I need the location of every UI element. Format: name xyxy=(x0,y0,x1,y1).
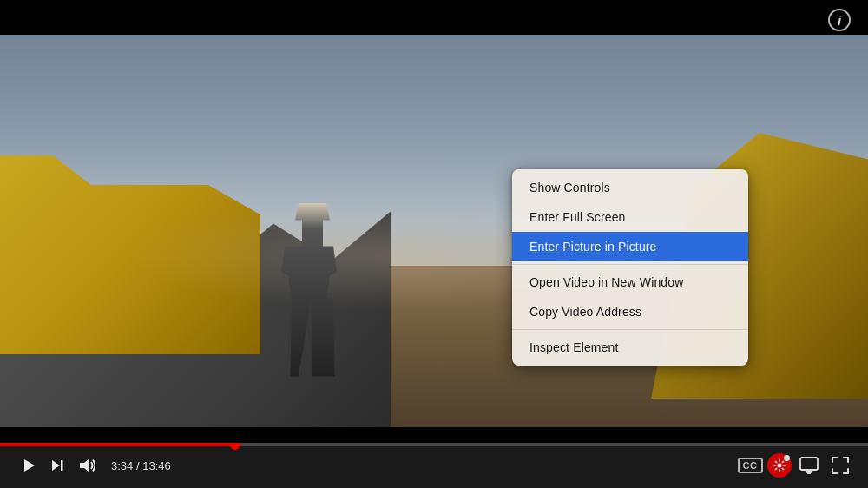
menu-item-new-window[interactable]: Open Video in New Window xyxy=(512,267,748,297)
play-icon xyxy=(24,459,35,472)
letterbox-top xyxy=(0,0,868,35)
video-player[interactable]: i Show Controls Enter Full Screen Enter … xyxy=(0,0,868,443)
progress-bar-container[interactable] xyxy=(0,443,868,446)
next-button[interactable] xyxy=(43,443,71,488)
airplay-icon xyxy=(799,457,819,474)
right-controls: CC xyxy=(736,452,854,479)
fullscreen-button[interactable] xyxy=(826,452,854,479)
menu-item-show-controls[interactable]: Show Controls xyxy=(512,173,748,202)
menu-separator-1 xyxy=(512,264,748,265)
context-menu: Show Controls Enter Full Screen Enter Pi… xyxy=(512,169,748,366)
airplay-button[interactable] xyxy=(795,452,823,479)
hd-settings-button[interactable] xyxy=(767,453,792,478)
time-display: 3:34 / 13:46 xyxy=(111,459,171,472)
menu-item-inspect[interactable]: Inspect Element xyxy=(512,333,748,362)
volume-icon xyxy=(80,458,89,472)
next-icon xyxy=(52,460,60,471)
menu-item-copy-address[interactable]: Copy Video Address xyxy=(512,297,748,326)
menu-item-fullscreen[interactable]: Enter Full Screen xyxy=(512,202,748,232)
menu-item-pip[interactable]: Enter Picture in Picture xyxy=(512,232,748,261)
menu-separator-2 xyxy=(512,329,748,330)
play-button[interactable] xyxy=(14,443,43,488)
hd-circle xyxy=(767,453,792,478)
volume-button[interactable] xyxy=(71,443,102,488)
next-bar-icon xyxy=(61,460,63,471)
controls-bar: 3:34 / 13:46 CC xyxy=(0,443,868,488)
letterbox-bottom xyxy=(0,427,868,443)
cc-button[interactable]: CC xyxy=(736,452,764,479)
volume-wave-small xyxy=(91,462,93,469)
cc-label: CC xyxy=(738,458,763,473)
info-icon[interactable]: i xyxy=(828,9,851,31)
total-time: 13:46 xyxy=(142,459,171,472)
airplay-arrow xyxy=(804,469,814,474)
current-time: 3:34 xyxy=(111,459,133,472)
svg-point-0 xyxy=(778,464,782,468)
gear-icon xyxy=(773,458,786,472)
svg-rect-1 xyxy=(800,458,818,470)
fullscreen-icon xyxy=(832,457,849,474)
